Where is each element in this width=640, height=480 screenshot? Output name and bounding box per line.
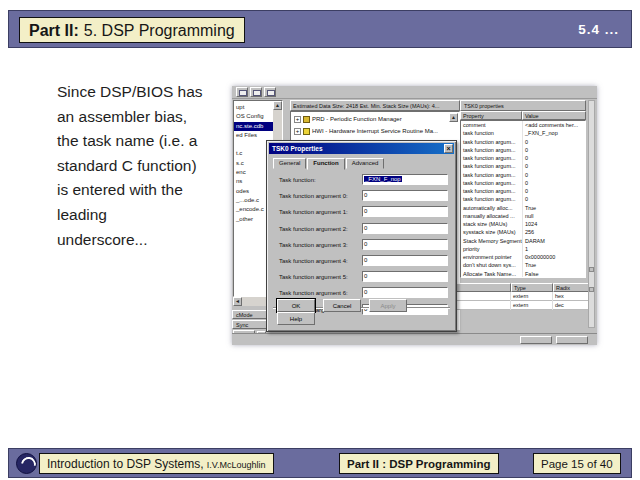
prd-icon: [303, 116, 310, 123]
body-text-line: standard C function): [57, 154, 257, 179]
dialog-field-input[interactable]: _FXN_F_nop: [362, 174, 448, 185]
dialog-field-input[interactable]: 0: [362, 287, 448, 298]
dialog-field-row: Task function argument 5:0: [272, 270, 451, 286]
property-value-cell: 0: [523, 171, 585, 179]
slide: Part II:5. DSP Programming 5.4 ... Since…: [0, 0, 640, 480]
tab-general[interactable]: General: [273, 158, 306, 169]
dialog-field-input[interactable]: 0: [362, 255, 448, 266]
property-row[interactable]: don't shut down sys...True: [461, 261, 585, 269]
property-column-header[interactable]: Value: [522, 111, 586, 120]
property-row[interactable]: sysstack size (MAUs)256: [461, 228, 585, 236]
scroll-mark: [589, 267, 594, 272]
mini-column-header[interactable]: Type: [511, 283, 553, 292]
property-row[interactable]: task function argum...0: [461, 195, 585, 203]
dialog-field-input[interactable]: 0: [362, 223, 448, 234]
footer-course-box: Introduction to DSP Systems, I.V.McLough…: [39, 453, 274, 474]
property-value-cell: 0x00000000: [523, 253, 585, 261]
property-row[interactable]: task function argum...0: [461, 138, 585, 146]
config-tree-item[interactable]: +HWI - Hardware Interrupt Service Routin…: [291, 126, 459, 136]
mini-table: TypeRadix externhexexterndec: [454, 283, 595, 310]
footer-part-box: Part II : DSP Programming: [339, 453, 499, 474]
property-value-cell: 0: [523, 195, 585, 203]
property-row[interactable]: task function argum...0: [461, 146, 585, 154]
toolbar-icon-1[interactable]: [236, 87, 248, 97]
body-text-line: leading: [57, 203, 257, 228]
property-value-cell: _FXN_F_nop: [523, 129, 585, 137]
app-toolbar: [232, 86, 597, 99]
dialog-field-input[interactable]: 0: [362, 271, 448, 282]
dialog-field-label: Task function argument 6:: [279, 290, 348, 296]
dialog-field-row: Task function:_FXN_F_nop: [272, 173, 451, 189]
property-name-cell: task function argum...: [461, 171, 523, 179]
property-value-cell: 256: [523, 228, 585, 236]
dialog-field-value: 0: [364, 225, 367, 231]
dialog-titlebar[interactable]: TSK0 Properties ×: [269, 143, 454, 154]
dialog-field-input[interactable]: 0: [362, 206, 448, 217]
tree-scroll-up-icon[interactable]: ▲: [449, 113, 458, 122]
toolbar-icon-3[interactable]: [264, 87, 276, 97]
footer-page-box: Page 15 of 40: [533, 453, 621, 474]
mini-table-cell: [454, 301, 511, 310]
property-column-header[interactable]: Property: [460, 111, 522, 120]
slide-footer-bar: Introduction to DSP Systems, I.V.McLough…: [8, 448, 632, 478]
toolbar-icon-2[interactable]: [250, 87, 262, 97]
property-row[interactable]: stack size (MAUs)1024: [461, 220, 585, 228]
dialog-field-value: 0: [364, 257, 367, 263]
estimates-header: Estimated Data Size: 2418 Est. Min. Stac…: [290, 100, 460, 111]
properties-panel-title: TSK0 properties: [460, 100, 586, 111]
footer-author: I.V.McLoughlin: [207, 460, 266, 470]
scroll-up-icon[interactable]: ▲: [273, 101, 282, 110]
close-icon[interactable]: ×: [444, 144, 453, 153]
property-row[interactable]: task function argum...0: [461, 162, 585, 170]
property-row[interactable]: task function argum...0: [461, 154, 585, 162]
right-scrollbar[interactable]: [588, 100, 595, 328]
mini-table-row[interactable]: externhex: [454, 292, 595, 301]
properties-table: comment<add comments her...task function…: [460, 120, 586, 278]
project-list-item[interactable]: ed Files: [234, 131, 275, 140]
property-row[interactable]: priority1: [461, 245, 585, 253]
property-row[interactable]: Stack Memory SegmentDARAM: [461, 237, 585, 245]
property-row[interactable]: automatically alloc...True: [461, 204, 585, 212]
mini-table-rows: externhexexterndec: [454, 292, 595, 310]
project-list-item[interactable]: nc.ste.cdb: [234, 122, 275, 131]
property-row[interactable]: task function_FXN_F_nop: [461, 129, 585, 137]
dialog-field-row: Task function argument 3:0: [272, 238, 451, 254]
config-tree-item[interactable]: +PRD - Periodic Function Manager: [291, 114, 459, 124]
dialog-field-value: 0: [364, 289, 367, 295]
mini-column-header[interactable]: [454, 283, 511, 292]
app-screenshot: uptOS Confignc.ste.cdbed Filest.cs.cencn…: [232, 86, 597, 345]
cancel-button[interactable]: Cancel: [323, 299, 361, 312]
mini-table-row[interactable]: externdec: [454, 301, 595, 310]
dialog-field-label: Task function argument 4:: [279, 258, 348, 264]
expand-icon[interactable]: +: [294, 116, 301, 123]
dialog-field-label: Task function argument 1:: [279, 209, 348, 215]
status-segment: [520, 336, 552, 344]
project-list-item[interactable]: OS Config: [234, 112, 275, 121]
project-list-item[interactable]: upt: [234, 103, 275, 112]
property-value-cell: 0: [523, 138, 585, 146]
dialog-field-input[interactable]: 0: [362, 190, 448, 201]
logo-icon: [16, 453, 37, 474]
help-button[interactable]: Help: [277, 312, 315, 325]
property-row[interactable]: task function argum...0: [461, 171, 585, 179]
expand-icon[interactable]: +: [294, 128, 301, 135]
property-row[interactable]: Allocate Task Name...False: [461, 270, 585, 278]
property-row[interactable]: environment pointer0x00000000: [461, 253, 585, 261]
dialog-field-label: Task function:: [279, 177, 316, 183]
property-row[interactable]: task function argum...0: [461, 179, 585, 187]
property-row[interactable]: task function argum...0: [461, 187, 585, 195]
hwi-icon: [303, 128, 310, 135]
property-row[interactable]: comment<add comments her...: [461, 121, 585, 129]
property-name-cell: task function argum...: [461, 187, 523, 195]
apply-button[interactable]: Apply: [369, 299, 407, 312]
property-row[interactable]: manually allocated ...null: [461, 212, 585, 220]
mini-table-cell: extern: [511, 301, 553, 310]
scroll-left-icon[interactable]: ◄: [233, 297, 242, 306]
ok-button[interactable]: OK: [277, 299, 315, 312]
dialog-field-input[interactable]: 0: [362, 239, 448, 250]
property-name-cell: Allocate Task Name...: [461, 270, 523, 278]
tab-advanced[interactable]: Advanced: [346, 158, 385, 169]
tab-function[interactable]: Function: [307, 158, 344, 170]
bottom-strip: [232, 333, 597, 345]
slide-title-box: Part II:5. DSP Programming: [19, 17, 245, 43]
